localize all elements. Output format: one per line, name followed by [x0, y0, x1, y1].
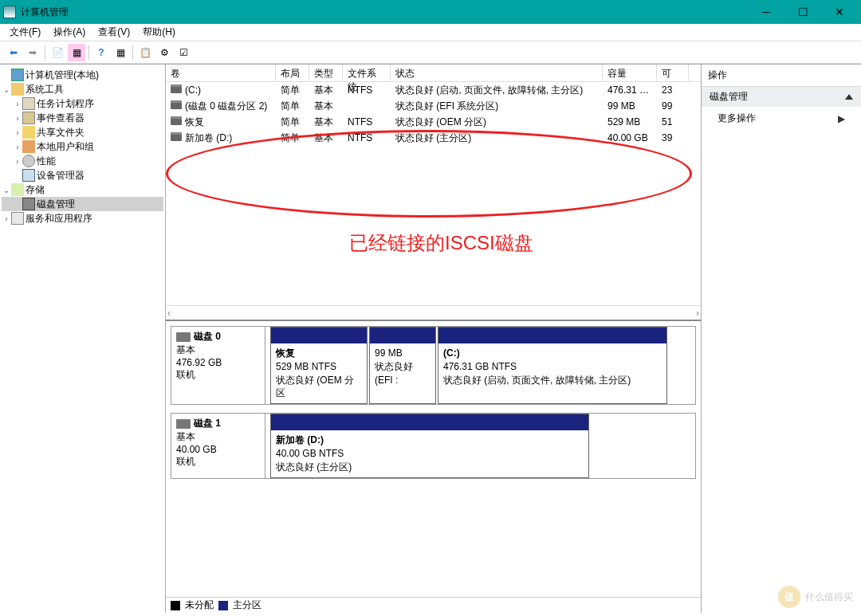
col-status[interactable]: 状态	[391, 65, 603, 81]
actions-more[interactable]: 更多操作 ▶	[702, 107, 861, 130]
menubar: 文件(F) 操作(A) 查看(V) 帮助(H)	[0, 24, 861, 41]
tree-label: 计算机管理(本地)	[26, 69, 99, 82]
partition-header	[271, 414, 588, 430]
disk-row: 磁盘 1基本40.00 GB联机新加卷 (D:)40.00 GB NTFS状态良…	[171, 413, 696, 478]
disk-icon	[22, 198, 35, 210]
share-icon	[22, 126, 35, 139]
horizontal-scrollbar[interactable]: ‹›	[166, 305, 701, 320]
volume-icon	[171, 85, 182, 93]
tree-services[interactable]: ›服务和应用程序	[2, 211, 163, 226]
tree-label: 磁盘管理	[37, 198, 75, 211]
storage-icon	[11, 183, 24, 196]
settings-button[interactable]: ☑	[175, 44, 192, 61]
menu-view[interactable]: 查看(V)	[92, 24, 136, 41]
computer-icon	[11, 69, 24, 81]
tree-label: 事件查看器	[37, 112, 85, 125]
tree-label: 本地用户和组	[37, 140, 94, 154]
partition-header	[271, 328, 367, 343]
partition-header	[370, 328, 435, 343]
tree-performance[interactable]: ›性能	[2, 154, 163, 168]
col-volume[interactable]: 卷	[166, 65, 276, 81]
partition[interactable]: 新加卷 (D:)40.00 GB NTFS状态良好 (主分区)	[270, 414, 589, 477]
list-view-button[interactable]: 📋	[136, 44, 154, 61]
legend-swatch-unallocated	[171, 601, 180, 610]
menu-help[interactable]: 帮助(H)	[136, 24, 182, 41]
tree-device-manager[interactable]: 设备管理器	[2, 168, 163, 182]
help-icon[interactable]: ?	[92, 44, 110, 61]
perf-icon	[22, 155, 35, 167]
tree-label: 系统工具	[26, 83, 64, 96]
partition[interactable]: 99 MB状态良好 (EFI :	[369, 327, 436, 404]
col-capacity[interactable]: 容量	[603, 65, 657, 81]
task-icon	[22, 97, 35, 110]
close-button[interactable]: ✕	[821, 0, 858, 24]
disk-partitions: 恢复529 MB NTFS状态良好 (OEM 分区99 MB状态良好 (EFI …	[265, 327, 695, 404]
volume-icon	[171, 133, 182, 141]
volume-row[interactable]: 恢复简单基本NTFS状态良好 (OEM 分区)529 MB51	[166, 114, 701, 130]
volume-row[interactable]: (磁盘 0 磁盘分区 2)简单基本状态良好 (EFI 系统分区)99 MB99	[166, 98, 701, 114]
titlebar: 计算机管理 ─ ☐ ✕	[0, 0, 861, 24]
col-type[interactable]: 类型	[309, 65, 343, 81]
actions-pane-title: 操作	[702, 65, 861, 87]
disk-icon	[176, 419, 191, 429]
partition-header	[438, 328, 666, 343]
up-button[interactable]: 📄	[49, 44, 66, 61]
tree-shared-folders[interactable]: ›共享文件夹	[2, 125, 163, 139]
tree-root[interactable]: 计算机管理(本地)	[2, 68, 163, 82]
legend-swatch-primary	[218, 601, 228, 610]
actions-section-label: 磁盘管理	[710, 90, 748, 104]
separator	[88, 45, 89, 60]
partition[interactable]: (C:)476.31 GB NTFS状态良好 (启动, 页面文件, 故障转储, …	[438, 327, 667, 404]
tree-disk-management[interactable]: 磁盘管理	[2, 197, 163, 211]
tree-label: 服务和应用程序	[26, 212, 92, 226]
separator	[45, 45, 45, 60]
tree-task-scheduler[interactable]: ›任务计划程序	[2, 96, 163, 111]
menu-file[interactable]: 文件(F)	[3, 24, 47, 41]
disk-graphical-view: 磁盘 0基本476.92 GB联机恢复529 MB NTFS状态良好 (OEM …	[166, 320, 701, 597]
back-button[interactable]: ⬅	[5, 44, 22, 61]
options-button[interactable]: ⚙	[155, 44, 173, 61]
actions-section-diskmgmt[interactable]: 磁盘管理	[702, 87, 861, 107]
forward-button[interactable]: ➡	[24, 44, 41, 61]
annotation-text: 已经链接的ISCSI磁盘	[349, 230, 533, 256]
tree-local-users[interactable]: ›本地用户和组	[2, 139, 163, 154]
actions-more-label: 更多操作	[718, 112, 756, 125]
volume-icon	[171, 101, 182, 109]
legend: 未分配 主分区	[166, 597, 701, 613]
body-area: 计算机管理(本地) ⌄系统工具 ›任务计划程序 ›事件查看器 ›共享文件夹 ›本…	[0, 64, 861, 613]
tree-event-viewer[interactable]: ›事件查看器	[2, 111, 163, 125]
tree-storage[interactable]: ⌄存储	[2, 182, 163, 197]
app-icon	[3, 6, 16, 18]
properties-button[interactable]: ▦	[68, 44, 85, 61]
disk-row: 磁盘 0基本476.92 GB联机恢复529 MB NTFS状态良好 (OEM …	[171, 326, 696, 405]
minimize-button[interactable]: ─	[748, 0, 784, 24]
disk-partitions: 新加卷 (D:)40.00 GB NTFS状态良好 (主分区)	[265, 414, 695, 477]
volume-row[interactable]: (C:)简单基本NTFS状态良好 (启动, 页面文件, 故障转储, 主分区)47…	[166, 82, 701, 98]
legend-unallocated: 未分配	[185, 598, 214, 612]
tree-label: 设备管理器	[37, 169, 85, 182]
tools-icon	[11, 83, 24, 96]
refresh-button[interactable]: ▦	[112, 44, 129, 61]
disk-info[interactable]: 磁盘 1基本40.00 GB联机	[171, 414, 265, 477]
chevron-right-icon: ▶	[838, 113, 845, 124]
users-icon	[22, 140, 35, 153]
legend-primary: 主分区	[233, 598, 261, 612]
disk-info[interactable]: 磁盘 0基本476.92 GB联机	[171, 327, 265, 404]
col-filesystem[interactable]: 文件系统	[343, 65, 391, 81]
col-layout[interactable]: 布局	[276, 65, 309, 81]
volume-list-header: 卷 布局 类型 文件系统 状态 容量 可	[166, 65, 701, 82]
maximize-button[interactable]: ☐	[784, 0, 821, 24]
volume-row[interactable]: 新加卷 (D:)简单基本NTFS状态良好 (主分区)40.00 GB39	[166, 130, 701, 146]
services-icon	[11, 212, 24, 225]
partition[interactable]: 恢复529 MB NTFS状态良好 (OEM 分区	[270, 327, 368, 404]
tree-label: 共享文件夹	[37, 126, 85, 139]
event-icon	[22, 112, 35, 124]
tree-label: 性能	[37, 155, 56, 168]
menu-action[interactable]: 操作(A)	[47, 24, 92, 41]
separator	[132, 45, 133, 60]
tree-systools[interactable]: ⌄系统工具	[2, 82, 163, 96]
device-icon	[22, 169, 35, 182]
window-title: 计算机管理	[21, 6, 748, 19]
col-free[interactable]: 可	[657, 65, 689, 81]
center-pane: 卷 布局 类型 文件系统 状态 容量 可 (C:)简单基本NTFS状态良好 (启…	[166, 65, 702, 613]
